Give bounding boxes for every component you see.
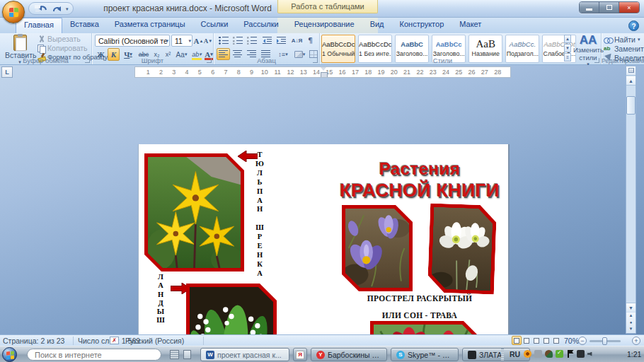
title-bar: ▾ проект красная книга.docx - Microsoft … (0, 0, 644, 18)
pilcrow-icon: ¶ (308, 36, 313, 45)
minimize-button[interactable] (580, 2, 599, 13)
taskbar-search-input[interactable] (27, 349, 161, 361)
scroll-down-button[interactable]: ▼ (626, 303, 636, 312)
replace-button[interactable]: Заменить (604, 45, 644, 53)
fullscreen-reading-view-button[interactable] (522, 336, 531, 345)
help-button[interactable]: ? (628, 21, 639, 31)
restore-button[interactable] (599, 2, 619, 13)
status-bar: Страница: 2 из 23 Число слов: 1 569 ✗ Ру… (0, 334, 644, 346)
font-dialog-launcher[interactable] (207, 58, 212, 63)
document-title-line2: КРАСНОЙ КНИГИ (340, 180, 500, 201)
tray-action-center-flag-icon[interactable] (566, 350, 574, 358)
tray-paint-icon[interactable] (545, 350, 553, 358)
tulip-photo-image (148, 157, 241, 268)
tray-flower-icon[interactable] (524, 350, 531, 358)
copy-button[interactable]: Копировать (38, 44, 88, 52)
ruler-number: 24 (439, 67, 452, 78)
scrollbar-thumb[interactable] (626, 96, 636, 115)
language-bar[interactable]: RU (510, 350, 520, 358)
taskbar-button[interactable]: Skype™ - sychko... (391, 348, 459, 361)
office-button[interactable] (2, 1, 25, 23)
cut-button[interactable]: Вырезать (38, 35, 81, 43)
grow-font-button[interactable]: А▲ (194, 35, 203, 47)
tulip-photo[interactable] (144, 153, 244, 272)
proofing-errors-icon[interactable]: ✗ (110, 337, 119, 344)
numbering-button[interactable] (231, 35, 244, 47)
scroll-up-button[interactable]: ▲ (626, 76, 636, 86)
draft-view-button[interactable] (551, 336, 561, 345)
ribbon-tab[interactable]: Вид (362, 18, 392, 33)
window-title: проект красная книга.docx - Microsoft Wo… (67, 4, 308, 13)
caption-line1: ПРОСТРЕЛ РАСКРЫТЫЙ (340, 294, 500, 303)
styles-scroll-up-button[interactable]: ▲ (564, 35, 571, 43)
tab-stop-selector[interactable]: L (1, 66, 13, 78)
language-indicator[interactable]: Русский (Россия) (125, 337, 184, 345)
white-flower-photo[interactable] (427, 203, 497, 294)
ribbon-tab[interactable]: Рецензирование (287, 18, 362, 33)
ribbon-tab[interactable]: Макет (452, 18, 489, 33)
sort-icon: А↓Я (292, 39, 303, 42)
ribbon-tab[interactable]: Рассылки (236, 18, 286, 33)
document-page[interactable]: Т Ю Л Ь П А Н Ш Р Е Н К А Растения КРАСН… (139, 144, 508, 362)
taskbar-button[interactable] (293, 348, 307, 361)
page-indicator[interactable]: Страница: 2 из 23 (3, 337, 64, 345)
paragraph-dialog-launcher[interactable] (313, 58, 318, 63)
taskbar-button[interactable]: проект красная к... (200, 348, 289, 361)
decrease-indent-icon (263, 37, 272, 45)
shrink-font-button[interactable]: А▼ (204, 35, 212, 47)
close-button[interactable]: × (619, 2, 639, 13)
tray-antivirus-icon[interactable] (556, 350, 563, 358)
style-preview: AaBbCcDc (322, 38, 355, 50)
window-controls: × (579, 1, 640, 13)
ruler-toggle-button[interactable] (626, 66, 636, 76)
horizontal-ruler[interactable]: 1234567891011121314151617181920212223242… (134, 66, 511, 78)
indent-marker[interactable] (321, 67, 326, 78)
decrease-indent-button[interactable] (260, 35, 274, 47)
minimize-icon (586, 8, 592, 11)
styles-scroll-down-button[interactable]: ▼ (564, 44, 571, 52)
select-browse-object-button[interactable]: ● (626, 320, 636, 327)
vertical-scrollbar[interactable]: ▲ ▼ ▲ ● ▼ (626, 66, 636, 334)
tulip-vertical-label: Т Ю Л Ь П А Н Ш Р Е Н К А (255, 151, 265, 279)
tray-app-icon[interactable] (534, 350, 542, 358)
ribbon-tab[interactable]: Вставка (62, 18, 107, 33)
previous-page-button[interactable]: ▲ (626, 313, 636, 320)
monitor-icon[interactable] (183, 350, 191, 359)
tray-display-icon[interactable] (577, 350, 585, 358)
web-layout-view-button[interactable] (531, 336, 541, 345)
zoom-in-button[interactable]: + (632, 337, 640, 345)
font-size-combo[interactable]: 11▾ (171, 35, 192, 47)
taskbar-button[interactable]: Барбоскины Вы... (311, 348, 387, 361)
ruler-number: 3 (168, 67, 180, 78)
keyboard-icon[interactable] (170, 350, 179, 359)
sort-button[interactable]: А↓Я (290, 35, 304, 47)
styles-dialog-launcher[interactable] (594, 58, 599, 63)
multilevel-list-button[interactable] (245, 35, 258, 47)
print-layout-view-button[interactable] (512, 336, 522, 345)
zoom-out-button[interactable]: − (578, 337, 587, 345)
ribbon-tab[interactable]: Конструктор (392, 18, 452, 33)
clipboard-dialog-launcher[interactable] (85, 58, 90, 63)
ribbon-tab[interactable]: Разметка страницы (107, 18, 193, 33)
show-marks-button[interactable]: ¶ (304, 35, 317, 47)
ruler-number: 26 (465, 67, 478, 78)
next-page-button[interactable]: ▼ (626, 326, 636, 333)
zoom-slider-track[interactable] (590, 340, 621, 342)
find-button[interactable]: Найти▾ (604, 35, 640, 44)
zoom-slider-thumb[interactable] (602, 337, 607, 345)
ribbon-tab[interactable]: Главная (16, 18, 62, 33)
start-button[interactable] (2, 347, 17, 362)
crocus-photo[interactable] (342, 205, 413, 291)
font-name-dropdown-arrow[interactable]: ▾ (166, 38, 168, 44)
outline-view-button[interactable] (541, 336, 551, 345)
font-size-dropdown-arrow[interactable]: ▾ (188, 38, 191, 44)
redo-button[interactable] (52, 5, 62, 13)
clock[interactable]: 1:21 (627, 350, 641, 358)
tray-volume-icon[interactable] (587, 350, 595, 358)
ribbon-tab[interactable]: Ссылки (193, 18, 236, 33)
white-flower-photo-image (431, 207, 493, 291)
font-name-combo[interactable]: Calibri (Основной те▾ (95, 35, 170, 47)
zoom-level[interactable]: 70% (564, 337, 579, 345)
bullets-button[interactable] (217, 35, 230, 47)
increase-indent-button[interactable] (275, 35, 288, 47)
